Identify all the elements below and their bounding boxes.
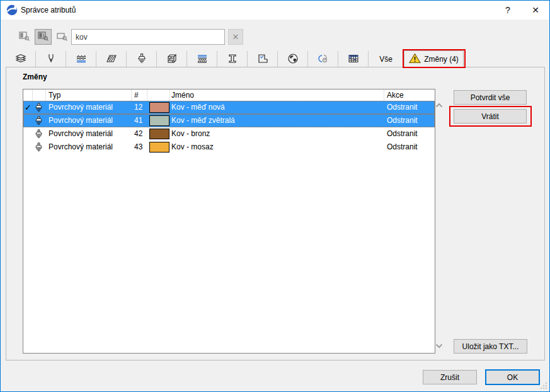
surface-brush-icon — [33, 129, 46, 139]
pens-icon — [45, 53, 57, 66]
table-row[interactable]: Povrchový materiál 42 Kov - bronz Odstra… — [23, 127, 435, 141]
header-jmeno: Jméno — [170, 89, 384, 101]
row-checkmark[interactable]: ✓ — [23, 101, 33, 114]
row-index: 43 — [132, 141, 147, 154]
panel-title: Změny — [23, 72, 47, 81]
save-as-txt-label: Uložit jako TXT... — [462, 342, 519, 351]
header-check-column — [23, 89, 33, 101]
clear-search-button[interactable]: ✕ — [228, 29, 243, 45]
ok-label: OK — [507, 373, 518, 382]
cancel-label: Zrušit — [440, 373, 459, 382]
operation-profiles-icon — [317, 53, 329, 66]
tab-all[interactable]: Vše — [369, 51, 404, 67]
color-swatch — [149, 142, 169, 153]
filter-by-name-button[interactable] — [54, 29, 71, 45]
header-number: # — [132, 89, 147, 101]
scroll-down-button[interactable] — [435, 343, 444, 349]
row-name: Kov - bronz — [170, 127, 384, 141]
tab-zone-categories[interactable] — [248, 51, 278, 67]
tab-building-materials[interactable] — [157, 51, 187, 67]
tab-cities[interactable] — [278, 51, 308, 67]
dialog-title: Správce atributů — [21, 1, 76, 20]
filter-by-index-and-name-button[interactable] — [35, 29, 52, 45]
surfaces-icon — [135, 53, 148, 66]
cities-icon — [287, 53, 299, 66]
search-by-name-icon — [55, 30, 69, 43]
row-name: Kov - měď zvětralá — [170, 114, 384, 127]
scroll-up-button[interactable] — [435, 102, 444, 108]
row-name: Kov - mosaz — [170, 141, 384, 154]
line-types-icon — [75, 53, 88, 66]
row-type: Povrchový materiál — [46, 127, 132, 141]
color-swatch — [149, 115, 169, 126]
table-row[interactable]: Povrchový materiál 41 Kov - měď zvětralá… — [23, 114, 435, 127]
list-header: Typ # Jméno Akce — [23, 89, 435, 101]
changes-list[interactable]: Typ # Jméno Akce ✓ Povrchový materiál 12… — [23, 89, 435, 354]
fill-types-icon — [105, 53, 118, 66]
cancel-button[interactable]: Zrušit — [423, 370, 477, 384]
warning-triangle-icon — [409, 53, 421, 66]
color-swatch — [149, 102, 169, 113]
help-button[interactable]: ? — [495, 1, 521, 20]
tab-pens[interactable] — [36, 51, 66, 67]
row-index: 42 — [132, 127, 147, 141]
mep-systems-icon — [347, 53, 360, 66]
tab-fill-types[interactable] — [96, 51, 127, 67]
resize-grip[interactable] — [540, 382, 547, 389]
tab-all-label: Vše — [379, 55, 392, 64]
row-type: Povrchový materiál — [46, 141, 132, 154]
tab-layers[interactable] — [6, 51, 36, 67]
table-row[interactable]: ✓ Povrchový materiál 12 Kov - měď nová O… — [23, 101, 435, 114]
row-type: Povrchový materiál — [46, 114, 132, 127]
row-type: Povrchový materiál — [46, 101, 132, 114]
profiles-icon — [226, 53, 239, 66]
ok-button[interactable]: OK — [485, 369, 540, 385]
search-input[interactable] — [71, 29, 225, 45]
zone-categories-icon — [256, 53, 269, 66]
chevron-up-icon — [435, 101, 443, 110]
search-by-index-icon — [18, 30, 32, 43]
tab-line-types[interactable] — [66, 51, 96, 67]
chevron-down-icon — [435, 342, 443, 350]
header-icon-column — [33, 89, 46, 101]
tab-surfaces[interactable] — [127, 51, 157, 67]
surface-brush-icon — [33, 116, 46, 126]
row-action: Odstranit — [384, 101, 435, 114]
layers-icon — [14, 53, 27, 66]
confirm-all-label: Potvrdit vše — [471, 93, 510, 102]
titlebar[interactable]: Správce atributů ? ✕ — [1, 1, 549, 20]
tab-changes-label: Změny (4) — [424, 55, 459, 64]
surface-brush-icon — [33, 142, 46, 153]
row-index: 41 — [132, 114, 147, 127]
revert-label: Vrátit — [481, 112, 499, 121]
tab-operation-profiles[interactable] — [308, 51, 338, 67]
table-row[interactable]: Povrchový materiál 43 Kov - mosaz Odstra… — [23, 141, 435, 154]
tab-mep-systems[interactable] — [338, 51, 369, 67]
attribute-tabbar: Vše — [6, 51, 404, 67]
close-icon: ✕ — [232, 32, 239, 42]
surface-brush-icon — [33, 103, 46, 113]
header-akce: Akce — [384, 89, 435, 101]
composites-icon — [196, 53, 209, 66]
row-index: 12 — [132, 101, 147, 114]
search-by-index-and-name-icon — [37, 30, 50, 43]
color-swatch — [149, 129, 169, 139]
confirm-all-button[interactable]: Potvrdit vše — [454, 90, 527, 105]
save-as-txt-button[interactable]: Uložit jako TXT... — [454, 339, 527, 354]
filter-by-index-button[interactable] — [16, 29, 33, 45]
building-materials-icon — [166, 53, 178, 66]
tab-changes[interactable]: Změny (4) — [404, 50, 464, 67]
attribute-manager-dialog: Správce atributů ? ✕ ✕ — [0, 0, 550, 392]
row-action: Odstranit — [384, 141, 435, 154]
row-action: Odstranit — [384, 127, 435, 141]
row-action: Odstranit — [384, 114, 435, 127]
tab-profiles[interactable] — [217, 51, 248, 67]
close-button[interactable]: ✕ — [522, 1, 549, 20]
header-typ: Typ — [46, 89, 132, 101]
header-swatch-column — [147, 89, 170, 101]
tab-composites[interactable] — [187, 51, 217, 67]
row-name: Kov - měď nová — [170, 101, 384, 114]
app-logo-icon — [6, 4, 18, 18]
revert-button[interactable]: Vrátit — [454, 109, 527, 124]
